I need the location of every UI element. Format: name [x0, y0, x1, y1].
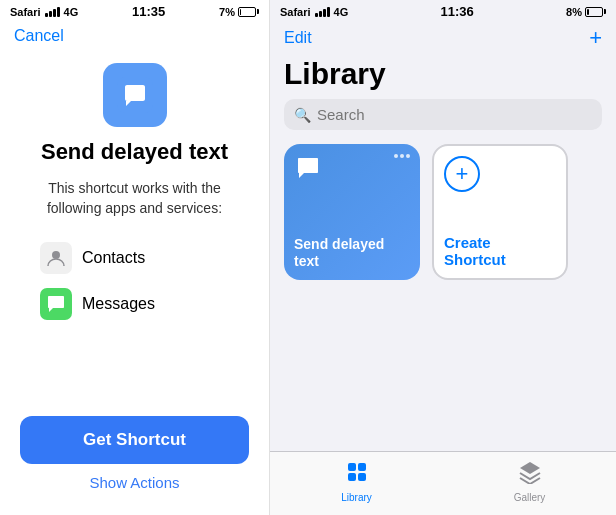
- card-label: Send delayed text: [294, 236, 410, 270]
- right-status-right: 8%: [566, 6, 606, 18]
- create-shortcut-label: Create Shortcut: [444, 234, 556, 268]
- left-status-bar: Safari 4G 11:35 7%: [0, 0, 269, 23]
- left-carrier: Safari: [10, 6, 41, 18]
- left-battery-percent: 7%: [219, 6, 235, 18]
- contacts-label: Contacts: [82, 249, 145, 267]
- right-battery-percent: 8%: [566, 6, 582, 18]
- card-top: [294, 154, 410, 182]
- plus-circle-icon: +: [444, 156, 480, 192]
- get-shortcut-button[interactable]: Get Shortcut: [20, 416, 249, 464]
- shortcuts-grid: Send delayed text + Create Shortcut: [270, 144, 616, 280]
- shortcut-app-icon: [103, 63, 167, 127]
- search-input[interactable]: [317, 106, 592, 123]
- edit-button[interactable]: Edit: [284, 29, 312, 47]
- shortcut-desc: This shortcut works with the following a…: [20, 179, 249, 218]
- layers-icon: [518, 460, 542, 490]
- messages-label: Messages: [82, 295, 155, 313]
- search-icon: 🔍: [294, 107, 311, 123]
- svg-rect-5: [358, 473, 366, 481]
- left-signal-bars: [45, 7, 60, 17]
- show-actions-button[interactable]: Show Actions: [89, 474, 179, 491]
- right-status-bar: Safari 4G 11:36 8%: [270, 0, 616, 23]
- tab-gallery[interactable]: Gallery: [495, 460, 565, 503]
- left-footer: Get Shortcut Show Actions: [0, 400, 269, 515]
- right-signal-type: 4G: [334, 6, 349, 18]
- left-signal-type: 4G: [64, 6, 79, 18]
- list-item: Contacts: [40, 242, 249, 274]
- shortcut-title: Send delayed text: [41, 139, 228, 165]
- messages-icon: [40, 288, 72, 320]
- grid-icon: [345, 460, 369, 490]
- right-signal-bars: [315, 7, 330, 17]
- tab-bar: Library Gallery: [270, 451, 616, 515]
- left-panel: Safari 4G 11:35 7% Cancel: [0, 0, 270, 515]
- left-content: Send delayed text This shortcut works wi…: [0, 53, 269, 400]
- tab-library-label: Library: [341, 492, 372, 503]
- add-button[interactable]: +: [589, 25, 602, 51]
- svg-point-1: [52, 251, 60, 259]
- shortcut-card-create[interactable]: + Create Shortcut: [432, 144, 568, 280]
- left-status-right: 7%: [219, 6, 259, 18]
- contacts-icon: [40, 242, 72, 274]
- left-status-left: Safari 4G: [10, 6, 78, 18]
- tab-library[interactable]: Library: [322, 460, 392, 503]
- card-message-icon: [294, 154, 322, 182]
- list-item: Messages: [40, 288, 249, 320]
- shortcut-card-send-delayed[interactable]: Send delayed text: [284, 144, 420, 280]
- right-nav: Edit +: [270, 23, 616, 57]
- card-dots[interactable]: [394, 154, 410, 158]
- right-status-left: Safari 4G: [280, 6, 348, 18]
- svg-rect-4: [348, 473, 356, 481]
- search-bar[interactable]: 🔍: [284, 99, 602, 130]
- cancel-button[interactable]: Cancel: [14, 27, 64, 45]
- right-panel: Safari 4G 11:36 8% Edit + Library: [270, 0, 616, 515]
- left-nav: Cancel: [0, 23, 269, 53]
- svg-rect-3: [358, 463, 366, 471]
- right-battery-icon: [585, 7, 606, 17]
- services-list: Contacts Messages: [20, 242, 249, 334]
- library-title: Library: [270, 57, 616, 99]
- right-time: 11:36: [441, 4, 474, 19]
- left-battery-icon: [238, 7, 259, 17]
- message-bubble-icon: [117, 77, 153, 113]
- svg-rect-2: [348, 463, 356, 471]
- left-time: 11:35: [132, 4, 165, 19]
- tab-gallery-label: Gallery: [514, 492, 546, 503]
- right-carrier: Safari: [280, 6, 311, 18]
